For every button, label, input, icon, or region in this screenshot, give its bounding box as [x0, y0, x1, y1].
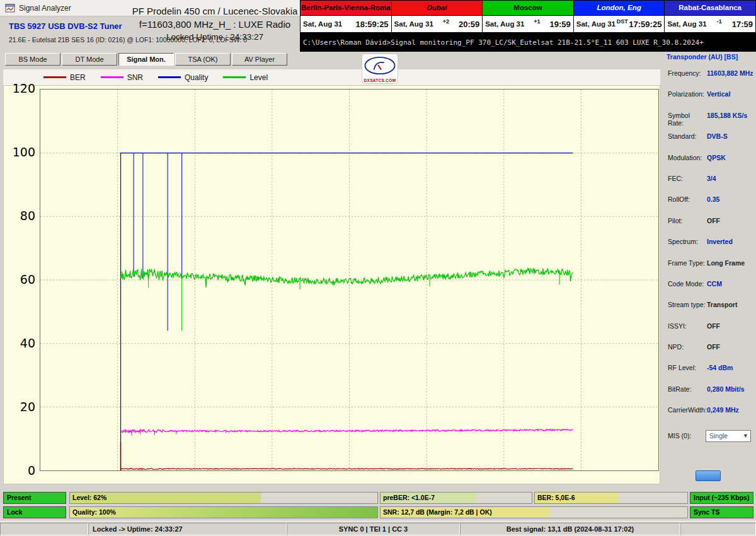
transponder-row-stream-type: Stream type:Transport: [663, 300, 756, 320]
transponder-row-symbol-rate: Symbol Rate:185,188 KS/s: [663, 110, 756, 131]
clock-time: Sat, Aug 31DST17:59:25: [574, 15, 665, 32]
tab-signal-mon[interactable]: Signal Mon.: [118, 53, 174, 66]
clock-value: 19:59: [550, 20, 571, 29]
world-clocks-panel: Berlin-Paris-Vienna-RomaSat, Aug 3118:59…: [300, 0, 756, 33]
legend-item-snr: SNR: [101, 73, 143, 82]
transponder-row-npd: NPD:OFF: [663, 342, 756, 363]
clock-dubai: DubaiSat, Aug 31+220:59: [391, 1, 483, 32]
field-value: 185,188 KS/s: [707, 112, 747, 119]
y-axis-tick-label: 0: [4, 463, 35, 477]
field-label: CarrierWidth:: [668, 406, 707, 414]
caption-dish: PF Prodelin 450 cm / Lucenec-Slovakia: [129, 4, 301, 18]
clock-utc-offset: DST: [616, 18, 629, 25]
field-label: Symbol Rate:: [668, 112, 707, 127]
indicator-input-235-kbps: Input (~235 Kbps): [690, 492, 753, 504]
bar-label: Level: 62%: [72, 492, 106, 503]
console-text: C:\Users\Roman Dávid>Signal monitoring_P…: [303, 38, 704, 47]
field-label: NPD:: [668, 343, 707, 351]
clock-berlin-paris-vienna-roma: Berlin-Paris-Vienna-RomaSat, Aug 3118:59…: [301, 1, 391, 32]
field-value: Vertical: [707, 90, 730, 98]
field-value: 3/4: [707, 175, 716, 182]
clock-utc-offset: +2: [433, 18, 459, 25]
clock-london-eng: London, EngSat, Aug 31DST17:59:25: [573, 1, 665, 32]
field-label: Stream type:: [668, 301, 707, 308]
legend-label: Quality: [185, 73, 208, 82]
field-label: Code Mode:: [668, 280, 707, 288]
transponder-title: Transponder (AU) [BS]: [667, 53, 738, 61]
clock-date: Sat, Aug 31: [485, 20, 524, 28]
clock-time: Sat, Aug 3118:59:25: [301, 15, 391, 32]
chart-legend: BERSNRQualityLevel: [3, 69, 660, 85]
field-value: OFF: [707, 343, 720, 351]
chart-plot-area: [40, 89, 659, 471]
clock-city-label: Dubai: [392, 1, 483, 15]
y-axis-tick-label: 120: [4, 81, 35, 95]
clock-value: 18:59:25: [356, 20, 389, 29]
field-value: CCM: [707, 280, 722, 288]
legend-label: Level: [249, 73, 268, 82]
legend-line-sample: [223, 76, 246, 78]
indicator-ber-5-0e-6: BER: 5,0E-6: [534, 492, 688, 504]
tab-dt-mode[interactable]: DT Mode: [62, 53, 117, 66]
signal-analyzer-window: Signal Analyzer TBS 5927 USB DVB-S2 Tune…: [0, 0, 756, 536]
field-value: Long Frame: [707, 259, 745, 267]
indicator-lock: Lock: [3, 506, 66, 518]
tab-av-player[interactable]: AV Player: [232, 53, 287, 66]
clock-date: Sat, Aug 31: [394, 20, 433, 28]
field-label: Spectrum:: [668, 238, 707, 245]
legend-label: SNR: [127, 73, 143, 82]
logo-text: DXSATCS.COM: [362, 78, 398, 83]
clock-city-label: Rabat-Casablanca: [665, 1, 755, 15]
y-axis-tick-label: 100: [4, 145, 35, 159]
clock-value: 17:59: [732, 20, 753, 29]
field-label: Modulation:: [668, 154, 707, 161]
clock-value: 20:59: [459, 20, 479, 29]
indicator-level-62: Level: 62%: [69, 492, 378, 504]
mis-select[interactable]: Single ▼: [706, 430, 751, 442]
legend-line-sample: [43, 76, 66, 78]
clock-time: Sat, Aug 31+119:59: [483, 15, 573, 32]
transponder-rows: Frequency:11603,882 MHzPolarization:Vert…: [663, 68, 756, 426]
statusbar-segment-0: [0, 523, 88, 535]
field-value: Transport: [707, 301, 737, 308]
field-value: 11603,882 MHz: [707, 69, 753, 77]
indicator-preber-1-0e-7: preBER: <1.0E-7: [380, 492, 532, 504]
transponder-action-button[interactable]: [696, 470, 721, 481]
tab-bs-mode[interactable]: BS Mode: [5, 53, 60, 66]
mode-tabs: BS ModeDT ModeSignal Mon.TSA (OK)AV Play…: [5, 53, 287, 66]
y-axis-tick-label: 80: [4, 209, 35, 223]
clock-date: Sat, Aug 31: [303, 20, 342, 28]
clock-city-label: Berlin-Paris-Vienna-Roma: [301, 1, 391, 15]
y-axis-tick-label: 20: [4, 400, 35, 414]
indicator-snr-12-7-db-margin-7-2-db-ok: SNR: 12,7 dB (Margin: 7,2 dB | OK): [380, 506, 688, 518]
transponder-row-carrierwidth: CarrierWidth:0,249 MHz: [663, 405, 756, 426]
mis-label: MIS (0):: [668, 432, 691, 440]
field-label: Frame Type:: [668, 259, 707, 267]
field-label: ISSYI:: [668, 322, 707, 330]
bar-label: Quality: 100%: [72, 507, 116, 518]
field-value: 0,249 MHz: [707, 406, 739, 414]
tab-tsa-ok[interactable]: TSA (OK): [175, 53, 231, 66]
field-value: OFF: [707, 217, 720, 224]
clock-utc-offset: -1: [707, 18, 732, 25]
clock-date: Sat, Aug 31: [667, 20, 706, 28]
field-label: RollOff:: [668, 195, 707, 203]
statusbar-segment-4: [680, 523, 756, 535]
legend-item-ber: BER: [43, 73, 86, 82]
field-value: -54 dBm: [707, 364, 733, 371]
field-label: Polarization:: [668, 90, 707, 98]
transponder-row-frame-type: Frame Type:Long Frame: [663, 258, 756, 279]
legend-item-level: Level: [223, 73, 268, 82]
transponder-row-spectrum: Spectrum:Inverted: [663, 236, 756, 257]
chevron-down-icon: ▼: [743, 433, 748, 439]
field-value: 0.35: [707, 195, 719, 203]
caption-uptime: Locked Uptime : 24:33:27: [129, 31, 301, 44]
mis-row: MIS (0): Single ▼: [663, 429, 756, 443]
chart-plot-background: 120100806040200: [3, 85, 660, 484]
field-value: QPSK: [707, 154, 726, 161]
clock-value: 17:59:25: [629, 20, 662, 29]
transponder-row-rf-level: RF Level:-54 dBm: [663, 363, 756, 383]
field-label: Pilot:: [668, 217, 707, 224]
statusbar-locked-uptime: Locked -> Uptime: 24:33:27: [88, 523, 287, 535]
satellite-dish-icon: [363, 55, 397, 76]
